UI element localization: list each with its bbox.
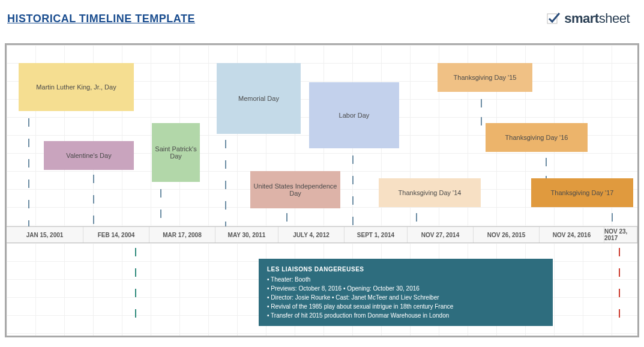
note-line: • Director: Josie Rourke • Cast: Janet M… bbox=[267, 293, 544, 302]
connector-tick bbox=[619, 289, 620, 297]
header: HISTORICAL TIMELINE TEMPLATE smartsheet bbox=[0, 0, 644, 26]
timeline-event[interactable]: Thanksgiving Day '14 bbox=[379, 178, 481, 207]
timeline-event[interactable]: Memorial Day bbox=[217, 63, 301, 134]
timeline-event[interactable]: Thanksgiving Day '16 bbox=[486, 123, 588, 152]
connector-tick bbox=[135, 289, 136, 297]
axis-date: MAR 17, 2008 bbox=[149, 227, 215, 243]
timeline-event[interactable]: United States Independence Day bbox=[250, 171, 340, 208]
axis-date: NOV 23, 2017 bbox=[604, 227, 637, 243]
note-line: • Previews: October 8, 2016 • Opening: O… bbox=[267, 284, 544, 293]
connector-tick bbox=[135, 309, 136, 318]
date-axis: JAN 15, 2001FEB 14, 2004MAR 17, 2008MAY … bbox=[7, 226, 637, 243]
timeline-event[interactable]: Thanksgiving Day '17 bbox=[531, 178, 633, 207]
info-note: LES LIAISONS DANGEREUSES• Theater: Booth… bbox=[259, 259, 553, 326]
timeline-event[interactable]: Labor Day bbox=[309, 82, 399, 148]
connector-tick bbox=[619, 268, 620, 277]
axis-date: NOV 26, 2015 bbox=[474, 227, 540, 243]
brand-name: smartsheet bbox=[564, 11, 630, 26]
axis-date: MAY 30, 2011 bbox=[215, 227, 278, 243]
connector-tick bbox=[619, 248, 620, 256]
note-line: • Transfer of hit 2015 production from D… bbox=[267, 311, 544, 320]
timeline-event[interactable]: Valentine's Day bbox=[44, 141, 134, 170]
timeline-event[interactable]: Thanksgiving Day '15 bbox=[438, 63, 532, 92]
timeline-chart: Martin Luther King, Jr., DayValentine's … bbox=[5, 43, 639, 337]
connector-tick bbox=[135, 268, 136, 277]
axis-date: NOV 24, 2016 bbox=[540, 227, 604, 243]
axis-date: NOV 27, 2014 bbox=[408, 227, 474, 243]
note-line: • Theater: Booth bbox=[267, 275, 544, 284]
axis-date: JULY 4, 2012 bbox=[278, 227, 345, 243]
note-line: • Revival of the 1985 play about sexual … bbox=[267, 302, 544, 311]
axis-date: JAN 15, 2001 bbox=[7, 227, 83, 243]
events-layer: Martin Luther King, Jr., DayValentine's … bbox=[7, 52, 637, 226]
timeline-event[interactable]: Saint Patrick's Day bbox=[152, 123, 200, 182]
axis-date: FEB 14, 2004 bbox=[83, 227, 149, 243]
axis-date: SEPT 1, 2014 bbox=[345, 227, 408, 243]
page-title: HISTORICAL TIMELINE TEMPLATE bbox=[7, 13, 195, 25]
connector-tick bbox=[135, 248, 136, 256]
checkmark-icon bbox=[546, 11, 561, 26]
timeline-event[interactable]: Martin Luther King, Jr., Day bbox=[19, 63, 134, 111]
connector-tick bbox=[619, 309, 620, 318]
brand-logo: smartsheet bbox=[546, 11, 630, 26]
lower-area: LES LIAISONS DANGEREUSES• Theater: Booth… bbox=[7, 243, 637, 336]
note-title: LES LIAISONS DANGEREUSES bbox=[267, 265, 544, 274]
